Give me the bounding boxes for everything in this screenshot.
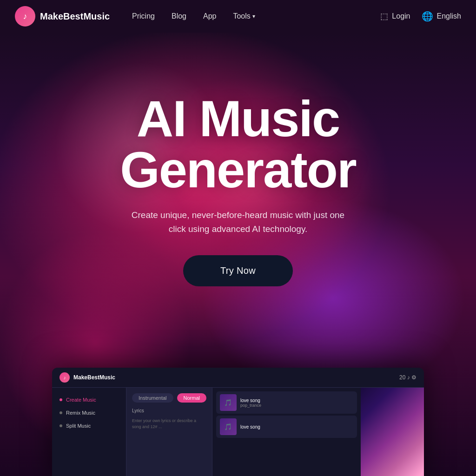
- sidebar-create-music[interactable]: Create Music: [52, 393, 126, 406]
- song-list: 🎵 love song pop_trance 🎵 love song: [212, 388, 361, 443]
- app-titlebar-controls: 20 ♪ ⚙: [399, 374, 416, 381]
- nav-links: Pricing Blog App Tools ▾: [132, 12, 380, 20]
- hero-content: AI Music Generator Create unique, never-…: [120, 93, 356, 286]
- song-info: love song: [240, 424, 353, 430]
- tab-instrumental[interactable]: Instrumental: [132, 393, 173, 403]
- hero-title: AI Music Generator: [120, 93, 356, 195]
- try-now-button[interactable]: Try Now: [183, 255, 293, 286]
- nav-tools[interactable]: Tools ▾: [233, 12, 255, 20]
- logo-icon: ♪: [15, 6, 35, 26]
- app-titlebar: ♪ MakeBestMusic 20 ♪ ⚙: [52, 368, 424, 388]
- field-label: Lyrics: [132, 408, 206, 413]
- logo-link[interactable]: ♪ MakeBestMusic: [15, 6, 110, 26]
- app-right-panel: 🎵 love song pop_trance 🎵 love song: [212, 388, 361, 476]
- logo-text: MakeBestMusic: [40, 11, 110, 22]
- sidebar-dot-icon: [60, 398, 62, 401]
- nebula-image: [361, 388, 424, 476]
- chevron-down-icon: ▾: [252, 13, 255, 20]
- app-preview: ♪ MakeBestMusic 20 ♪ ⚙ Create Music: [52, 368, 424, 476]
- hero-section: AI Music Generator Create unique, never-…: [0, 33, 476, 476]
- app-logo-name: MakeBestMusic: [73, 374, 115, 381]
- list-item[interactable]: 🎵 love song: [216, 416, 357, 438]
- nav-right: ⬚ Login 🌐 English: [380, 11, 461, 22]
- app-sidebar: Create Music Remix Music Split Music: [52, 388, 126, 476]
- navbar: ♪ MakeBestMusic Pricing Blog App Tools ▾…: [0, 0, 476, 33]
- sidebar-remix-music[interactable]: Remix Music: [52, 406, 126, 419]
- field-description: Enter your own lyrics or describe a song…: [132, 418, 206, 430]
- sidebar-dot-icon: [60, 411, 62, 414]
- sidebar-dot-icon: [60, 424, 62, 427]
- song-thumbnail: 🎵: [220, 418, 237, 435]
- app-body: Create Music Remix Music Split Music Ins…: [52, 388, 424, 476]
- list-item[interactable]: 🎵 love song pop_trance: [216, 391, 357, 414]
- tab-normal[interactable]: Normal: [177, 393, 206, 403]
- sidebar-split-music[interactable]: Split Music: [52, 419, 126, 432]
- hero-subtitle: Create unique, never-before-heard music …: [126, 208, 350, 237]
- song-name: love song: [240, 398, 353, 403]
- globe-icon: 🌐: [422, 11, 433, 22]
- song-name: love song: [240, 424, 353, 430]
- app-logo-icon: ♪: [60, 372, 70, 383]
- nav-blog[interactable]: Blog: [172, 12, 186, 20]
- language-button[interactable]: 🌐 English: [422, 11, 461, 22]
- song-genre: pop_trance: [240, 403, 353, 408]
- nav-pricing[interactable]: Pricing: [132, 12, 155, 20]
- song-info: love song pop_trance: [240, 398, 353, 408]
- app-main: Instrumental Normal Lyrics Enter your ow…: [126, 388, 212, 476]
- app-window: ♪ MakeBestMusic 20 ♪ ⚙ Create Music: [52, 368, 424, 476]
- login-button[interactable]: ⬚ Login: [380, 11, 410, 21]
- song-thumbnail: 🎵: [220, 394, 237, 411]
- nav-app[interactable]: App: [203, 12, 216, 20]
- app-logo-area: ♪ MakeBestMusic: [60, 372, 115, 383]
- login-icon: ⬚: [380, 11, 388, 21]
- app-tabs: Instrumental Normal: [132, 393, 206, 403]
